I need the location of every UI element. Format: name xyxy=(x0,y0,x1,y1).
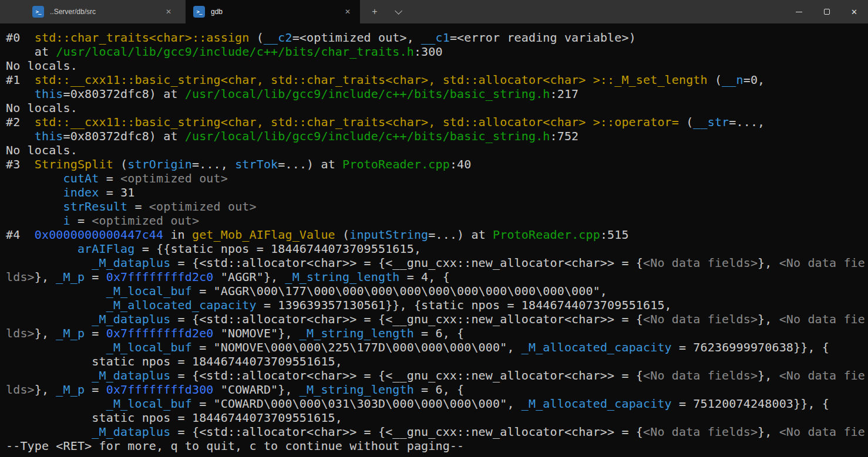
code-segment xyxy=(6,129,35,143)
terminal-line: lds>}, _M_p = 0x7ffffffffd300 "COWARD"},… xyxy=(6,382,868,397)
code-segment: _M_string_length xyxy=(285,270,399,284)
code-segment: = xyxy=(85,270,106,284)
code-segment: __n xyxy=(722,73,743,87)
code-segment: index xyxy=(63,185,99,199)
code-segment: in xyxy=(163,228,192,242)
code-segment: ( xyxy=(250,31,264,45)
code-segment: std::__cxx11::basic_string<char, std::ch… xyxy=(35,115,679,129)
terminal-line: #3 StringSplit (strOrigin=..., strTok=..… xyxy=(6,157,868,171)
code-segment xyxy=(6,242,78,256)
terminal-line: #4 0x0000000000447c44 in get_Mob_AIFlag_… xyxy=(6,228,868,242)
code-segment: ( xyxy=(113,157,127,171)
code-segment: }, xyxy=(35,270,56,284)
code-segment: =0, xyxy=(743,73,765,87)
code-segment: 0x7ffffffffd2e0 xyxy=(106,326,214,340)
code-segment: <No data fields> xyxy=(643,312,758,326)
maximize-button[interactable] xyxy=(813,0,840,23)
code-segment: = "AGGR\000\177\000\000\000\000\000\000\… xyxy=(192,284,607,298)
terminal-line: at /usr/local/lib/gcc9/include/c++/bits/… xyxy=(6,45,868,59)
terminal-line: #1 std::__cxx11::basic_string<char, std:… xyxy=(6,73,868,87)
code-segment: = 6, { xyxy=(414,326,464,340)
code-segment: #2 xyxy=(6,115,35,129)
terminal-line: _M_dataplus = {<std::allocator<char>> = … xyxy=(6,368,868,382)
plus-icon: + xyxy=(372,6,377,17)
powershell-icon: >_ xyxy=(193,6,205,18)
code-segment: std::char_traits<char>::assign xyxy=(35,31,250,45)
code-segment: /usr/local/lib/gcc9/include/c++/bits/cha… xyxy=(56,45,414,59)
terminal-line: arAIFlag = {{static npos = 1844674407370… xyxy=(6,242,868,256)
terminal-output[interactable]: #0 std::char_traits<char>::assign (__c2=… xyxy=(0,23,868,457)
code-segment: No locals. xyxy=(6,101,78,115)
code-segment: }, xyxy=(758,256,779,270)
code-segment: <No data fields> xyxy=(643,256,758,270)
terminal-line: #2 std::__cxx11::basic_string<char, std:… xyxy=(6,115,868,129)
code-segment: <optimized out> xyxy=(149,199,257,214)
tab-gdb[interactable]: >_ gdb ✕ xyxy=(186,0,360,23)
new-tab-button[interactable]: + xyxy=(364,0,385,23)
code-segment: static npos = 18446744073709551615, xyxy=(6,354,342,368)
powershell-icon-glyph: >_ xyxy=(197,9,202,15)
code-segment: _M_allocated_capacity xyxy=(106,298,257,312)
code-segment xyxy=(6,298,106,312)
titlebar[interactable]: >_ ..Server/db/src ✕ >_ gdb ✕ + xyxy=(0,0,868,23)
code-segment: _M_string_length xyxy=(300,326,414,340)
tab-dropdown-button[interactable] xyxy=(386,0,408,23)
code-segment: inputString xyxy=(349,228,428,242)
code-segment: _M_dataplus xyxy=(92,368,170,382)
code-segment: :752 xyxy=(550,129,579,143)
terminal-line: lds>}, _M_p = 0x7ffffffffd2c0 "AGGR"}, _… xyxy=(6,270,868,284)
code-segment: 0x7ffffffffd2c0 xyxy=(106,270,214,284)
code-segment xyxy=(6,199,63,214)
code-segment: /usr/local/lib/gcc9/include/c++/bits/bas… xyxy=(185,87,550,101)
code-segment: =..., xyxy=(192,157,235,171)
terminal-line: No locals. xyxy=(6,143,868,157)
terminal-line: this=0x80372dfc8) at /usr/local/lib/gcc9… xyxy=(6,87,868,101)
code-segment: _M_allocated_capacity xyxy=(522,340,672,354)
code-segment: = {<std::allocator<char>> = {<__gnu_cxx:… xyxy=(170,256,643,270)
code-segment: lds> xyxy=(6,270,35,284)
code-segment: = 75120074248003}}, { xyxy=(672,397,829,411)
code-segment xyxy=(6,425,92,439)
code-segment: = xyxy=(85,382,106,397)
code-segment: __str xyxy=(693,115,729,129)
code-segment: :515 xyxy=(600,228,629,242)
code-segment: at xyxy=(6,45,56,59)
code-segment xyxy=(6,284,106,298)
code-segment xyxy=(6,214,63,228)
close-button[interactable]: ✕ xyxy=(840,0,868,23)
code-segment: strTok xyxy=(235,157,278,171)
code-segment: = 139639357130561}}, {static npos = 1844… xyxy=(257,298,672,312)
code-segment: /usr/local/lib/gcc9/include/c++/bits/bas… xyxy=(185,129,550,143)
code-segment: =<error reading variable>) xyxy=(450,31,636,45)
code-segment: "COWARD"}, xyxy=(214,382,300,397)
terminal-line: --Type <RET> for more, q to quit, c to c… xyxy=(6,439,868,453)
code-segment: get_Mob_AIFlag_Value xyxy=(192,228,335,242)
tab-close-icon[interactable]: ✕ xyxy=(162,5,175,18)
code-segment xyxy=(6,171,63,185)
code-segment xyxy=(6,340,106,354)
code-segment: = "NOMOVE\000\000\225\177D\000\000\000\0… xyxy=(192,340,522,354)
code-segment xyxy=(6,185,63,199)
minimize-button[interactable] xyxy=(785,0,813,23)
code-segment: cutAt xyxy=(63,171,99,185)
code-segment: std::__cxx11::basic_string<char, std::ch… xyxy=(35,73,708,87)
code-segment: _M_dataplus xyxy=(92,425,170,439)
code-segment: = {<std::allocator<char>> = {<__gnu_cxx:… xyxy=(170,368,643,382)
tab-close-icon[interactable]: ✕ xyxy=(341,5,354,18)
code-segment: strOrigin xyxy=(127,157,192,171)
terminal-line: _M_local_buf = "NOMOVE\000\000\225\177D\… xyxy=(6,340,868,354)
code-segment: <optimized out> xyxy=(120,171,228,185)
code-segment: _M_string_length xyxy=(300,382,414,397)
terminal-line: this=0x80372dfc8) at /usr/local/lib/gcc9… xyxy=(6,129,868,143)
terminal-line: No locals. xyxy=(6,59,868,73)
code-segment: = xyxy=(70,214,92,228)
code-segment: }, xyxy=(35,326,56,340)
code-segment: _M_p xyxy=(56,382,85,397)
code-segment: ( xyxy=(708,73,722,87)
code-segment: i xyxy=(63,214,70,228)
code-segment: :300 xyxy=(414,45,443,59)
tab-server-db-src[interactable]: >_ ..Server/db/src ✕ xyxy=(25,0,181,23)
chevron-down-icon xyxy=(395,7,402,15)
code-segment: _M_local_buf xyxy=(106,397,192,411)
powershell-icon: >_ xyxy=(32,6,44,18)
